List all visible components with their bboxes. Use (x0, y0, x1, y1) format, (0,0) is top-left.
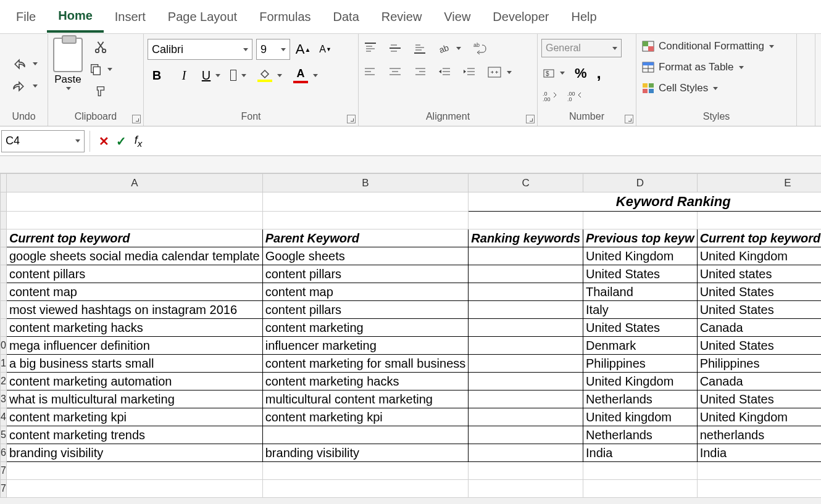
cell[interactable]: most viewed hashtags on instagram 2016 (6, 301, 262, 319)
cell[interactable]: Canada (697, 319, 821, 337)
increase-indent-button[interactable] (461, 65, 477, 79)
cell[interactable] (469, 301, 583, 319)
row-header[interactable]: 3 (1, 390, 7, 408)
wrap-text-button[interactable]: ab (471, 40, 488, 56)
formula-cancel-button[interactable]: ✕ (95, 133, 112, 150)
row-header[interactable]: 7 (1, 480, 7, 498)
font-color-button[interactable]: A (292, 66, 319, 85)
cell[interactable] (469, 265, 583, 283)
cell[interactable] (697, 480, 821, 498)
tab-home[interactable]: Home (47, 1, 104, 33)
cell[interactable] (697, 462, 821, 480)
row-header[interactable] (1, 192, 7, 212)
decrease-decimal-button[interactable]: .00.0 (566, 89, 583, 102)
title-cell[interactable]: Keyword Ranking (469, 192, 821, 212)
cell[interactable] (469, 408, 583, 426)
align-right-button[interactable] (412, 65, 428, 79)
copy-button[interactable] (88, 61, 114, 77)
row-header[interactable] (1, 301, 7, 319)
conditional-formatting-button[interactable]: Conditional Formatting (640, 38, 775, 55)
cell[interactable] (469, 390, 583, 408)
cell[interactable]: content map (6, 283, 262, 301)
cell[interactable]: United States (697, 390, 821, 408)
col-header-A[interactable]: A (6, 174, 262, 192)
increase-decimal-button[interactable]: .0.00 (541, 89, 559, 102)
font-dialog-launcher[interactable] (347, 115, 356, 123)
italic-button[interactable]: I (175, 66, 193, 85)
cell[interactable]: United States (583, 319, 698, 337)
undo-button[interactable] (9, 57, 39, 71)
cell[interactable]: Netherlands (583, 426, 698, 444)
cell[interactable] (469, 426, 583, 444)
select-all-corner[interactable] (1, 174, 7, 192)
cell[interactable]: what is multicultural marketing (6, 390, 262, 408)
cell[interactable]: content marketing trends (6, 426, 262, 444)
row-header[interactable] (1, 229, 7, 247)
row-header[interactable]: 5 (1, 426, 7, 444)
cell[interactable]: influencer marketing (262, 337, 469, 355)
percent-button[interactable]: % (573, 64, 588, 83)
header-cell-B[interactable]: Parent Keyword (262, 229, 469, 247)
cell[interactable] (469, 444, 583, 462)
header-cell-C[interactable]: Ranking keywords (469, 229, 583, 247)
clipboard-dialog-launcher[interactable] (132, 115, 141, 123)
cell[interactable]: Thailand (583, 283, 698, 301)
row-header[interactable]: 7 (1, 462, 7, 480)
tab-page-layout[interactable]: Page Layout (157, 2, 248, 31)
underline-button[interactable]: U (202, 66, 220, 85)
align-bottom-button[interactable] (412, 41, 428, 56)
cell[interactable] (262, 462, 469, 480)
cell[interactable]: Canada (697, 373, 821, 390)
col-header-B[interactable]: B (262, 174, 469, 192)
number-format-select[interactable]: General (541, 39, 622, 57)
format-painter-button[interactable] (93, 83, 109, 99)
tab-insert[interactable]: Insert (104, 2, 157, 31)
cell[interactable] (469, 480, 583, 498)
cell[interactable]: content marketing automation (6, 373, 262, 390)
cell[interactable]: Philippines (583, 355, 698, 373)
cell[interactable]: United Kingdom (697, 408, 821, 426)
cell[interactable] (262, 212, 469, 229)
cut-button[interactable] (93, 39, 109, 55)
cell[interactable] (6, 480, 262, 498)
col-header-C[interactable]: C (469, 174, 583, 192)
cell[interactable] (6, 462, 262, 480)
cell[interactable]: United Kingdom (697, 247, 821, 265)
cell[interactable] (469, 355, 583, 373)
cell[interactable]: content pillars (262, 301, 469, 319)
font-name-select[interactable]: Calibri (148, 39, 252, 60)
cell[interactable] (6, 192, 262, 212)
tab-data[interactable]: Data (322, 2, 370, 31)
alignment-dialog-launcher[interactable] (526, 115, 535, 123)
cell[interactable]: Denmark (583, 337, 698, 355)
cell[interactable]: United States (697, 283, 821, 301)
merge-center-button[interactable] (486, 65, 513, 80)
cell[interactable]: content map (262, 283, 469, 301)
align-left-button[interactable] (362, 65, 378, 79)
cell[interactable]: content marketing hacks (6, 319, 262, 337)
font-size-select[interactable]: 9 (256, 39, 290, 60)
align-top-button[interactable] (362, 41, 378, 56)
cell[interactable]: India (697, 444, 821, 462)
cell[interactable] (6, 212, 262, 229)
cell[interactable]: mega influencer definition (6, 337, 262, 355)
cell[interactable]: Philippines (697, 355, 821, 373)
cell[interactable]: content marketing kpi (6, 408, 262, 426)
cell[interactable] (469, 319, 583, 337)
cell[interactable] (262, 480, 469, 498)
insert-function-button[interactable]: fx (130, 133, 147, 150)
formula-input[interactable] (147, 130, 821, 152)
cell[interactable] (262, 426, 469, 444)
align-center-button[interactable] (387, 65, 403, 79)
cell[interactable]: Netherlands (583, 390, 698, 408)
cell[interactable]: content marketing hacks (262, 373, 469, 390)
number-dialog-launcher[interactable] (625, 115, 633, 123)
cell[interactable] (583, 480, 698, 498)
row-header[interactable] (1, 283, 7, 301)
cell[interactable] (262, 192, 469, 212)
cell[interactable]: United Kingdom (583, 373, 698, 390)
tab-formulas[interactable]: Formulas (248, 2, 322, 31)
cell[interactable]: Google sheets (262, 247, 469, 265)
cell[interactable]: Italy (583, 301, 698, 319)
cell[interactable]: branding visibility (262, 444, 469, 462)
